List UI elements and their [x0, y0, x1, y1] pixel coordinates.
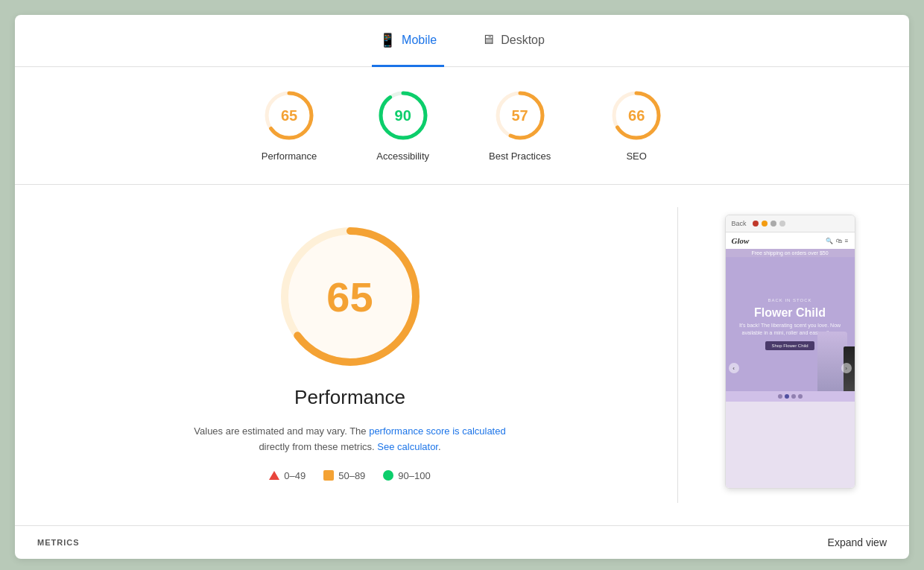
dot-4: [798, 394, 803, 399]
phone-header-bar: Glow 🔍 🛍 ≡: [726, 232, 855, 249]
dot-3: [791, 394, 796, 399]
dot-red: [753, 221, 759, 227]
perf-description: Values are estimated and may vary. The p…: [179, 424, 522, 455]
menu-icon: ≡: [845, 238, 849, 244]
desktop-icon: 🖥: [481, 32, 495, 48]
large-score-value: 65: [326, 273, 373, 321]
tab-mobile[interactable]: 📱 Mobile: [372, 16, 444, 67]
scores-row: 65 Performance 90 Accessibility 57: [15, 67, 909, 185]
score-item-performance: 65 Performance: [262, 89, 317, 162]
back-in-stock-label: BACK IN STOCK: [768, 298, 811, 303]
score-item-best-practices: 57 Best Practices: [489, 89, 551, 162]
perf-score-link[interactable]: performance score is calculated: [369, 425, 506, 437]
calculator-link[interactable]: See calculator: [377, 441, 438, 452]
score-item-accessibility: 90 Accessibility: [376, 89, 429, 162]
tab-desktop-label: Desktop: [501, 34, 545, 47]
dot-yellow: [762, 221, 768, 227]
dot-1: [778, 394, 782, 399]
dot-gray: [770, 221, 776, 227]
score-value-best-practices: 57: [511, 107, 528, 124]
legend-range-mid: 50–89: [338, 470, 365, 481]
left-section: 65 Performance Values are estimated and …: [60, 207, 640, 481]
phone-banner: BACK IN STOCK Flower Child It's back! Th…: [726, 257, 855, 391]
score-label-seo: SEO: [626, 151, 646, 162]
large-score-circle: 65: [276, 222, 425, 371]
score-item-seo: 66 SEO: [610, 89, 662, 162]
score-circle-seo: 66: [610, 89, 662, 142]
next-arrow[interactable]: ›: [841, 363, 852, 373]
metrics-label: METRICS: [37, 538, 80, 547]
tab-desktop[interactable]: 🖥 Desktop: [474, 16, 552, 66]
score-label-best-practices: Best Practices: [489, 151, 551, 162]
score-label-accessibility: Accessibility: [376, 151, 429, 162]
triangle-icon: [269, 471, 279, 480]
product-bottle-1: [817, 332, 847, 391]
score-circle-accessibility: 90: [377, 89, 429, 142]
phone-logo: Glow: [732, 236, 750, 245]
score-value-performance: 65: [281, 107, 297, 124]
desc-text-after: .: [438, 441, 441, 452]
legend-item-high: 90–100: [383, 470, 430, 481]
legend-item-mid: 50–89: [323, 470, 365, 481]
tabs-bar: 📱 Mobile 🖥 Desktop: [15, 15, 909, 67]
score-circle-performance: 65: [263, 89, 315, 142]
dot-2: [785, 394, 789, 399]
circle-icon: [383, 470, 393, 481]
search-icon: 🔍: [826, 238, 833, 244]
legend-range-low: 0–49: [284, 470, 306, 481]
score-circle-best-practices: 57: [494, 89, 546, 142]
dot-gray2: [779, 221, 785, 227]
mobile-icon: 📱: [379, 32, 396, 48]
phone-content: BACK IN STOCK Flower Child It's back! Th…: [726, 257, 855, 488]
vertical-divider: [677, 207, 678, 503]
score-label-performance: Performance: [262, 151, 317, 162]
main-content: 65 Performance Values are estimated and …: [15, 185, 909, 525]
tab-mobile-label: Mobile: [402, 34, 437, 47]
score-value-accessibility: 90: [395, 107, 411, 124]
phone-back-label: Back: [732, 220, 747, 227]
bottom-bar: METRICS Expand view: [15, 525, 909, 559]
main-card: 📱 Mobile 🖥 Desktop 65 Performance: [15, 15, 909, 559]
banner-title: Flower Child: [754, 305, 826, 320]
legend: 0–49 50–89 90–100: [269, 470, 430, 481]
legend-item-low: 0–49: [269, 470, 306, 481]
promo-bar: Free shipping on orders over $50: [726, 249, 855, 257]
expand-view-button[interactable]: Expand view: [828, 536, 887, 548]
score-value-seo: 66: [628, 107, 645, 124]
carousel-arrows: ‹ ›: [726, 363, 855, 373]
phone-preview-section: Back Glow 🔍 🛍 ≡ Free shipping on orders: [715, 207, 864, 489]
legend-range-high: 90–100: [398, 470, 430, 481]
shop-btn[interactable]: Shop Flower Child: [765, 341, 814, 350]
prev-arrow[interactable]: ‹: [729, 363, 739, 373]
square-icon: [323, 470, 334, 481]
desc-text-mid: directly from these metrics.: [259, 441, 377, 452]
bag-icon: 🛍: [836, 238, 842, 244]
phone-top-bar: Back: [726, 215, 855, 232]
phone-nav-icons: 🔍 🛍 ≡: [826, 238, 849, 244]
promo-text: Free shipping on orders over $50: [751, 250, 828, 256]
phone-frame: Back Glow 🔍 🛍 ≡ Free shipping on orders: [725, 215, 855, 489]
carousel-dots: [726, 391, 855, 402]
perf-title: Performance: [294, 386, 405, 409]
desc-text-before: Values are estimated and may vary. The: [194, 425, 369, 437]
